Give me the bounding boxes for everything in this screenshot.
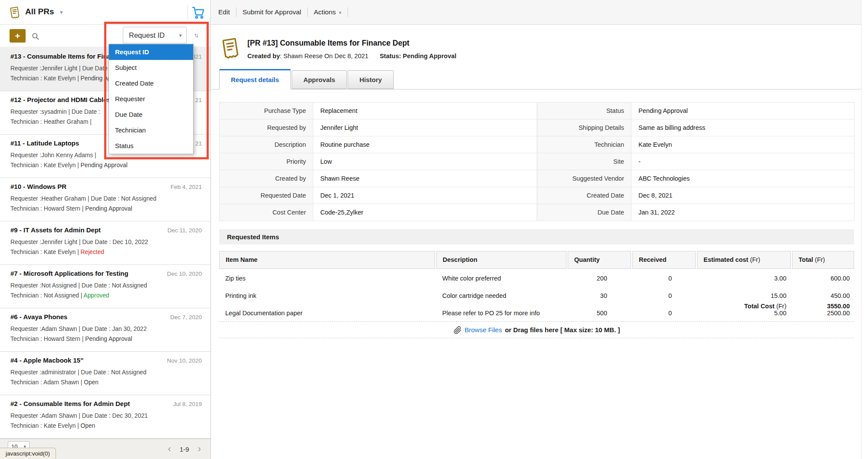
pr-item-date: Nov 10, 2020 <box>167 357 202 364</box>
pr-status-badge: Open <box>84 379 99 386</box>
pr-item-title: #9 - IT Assets for Admin Dept <box>10 226 101 234</box>
status-label: Status <box>380 53 399 59</box>
filter-option[interactable]: Due Date <box>109 107 193 122</box>
detail-value: Same as billing address <box>631 119 854 136</box>
divider <box>187 5 188 20</box>
chevron-down-icon[interactable]: ▾ <box>60 9 63 16</box>
column-header: Received <box>632 251 696 269</box>
total-cost-label: Total Cost (Fr) <box>697 299 791 314</box>
link-status-tooltip: javascript:void(0) <box>0 448 56 459</box>
pr-list-item[interactable]: #9 - IT Assets for Admin Dept Dec 11, 20… <box>0 221 210 265</box>
edit-button[interactable]: Edit <box>212 8 236 16</box>
pr-item-date: Jul 8, 2019 <box>173 401 202 407</box>
pr-requester-line: Requester :Adam Shawn | Due Date : Dec 3… <box>10 413 202 419</box>
detail-value: ABC Technologies <box>631 170 854 187</box>
pr-item-title: #7 - Microsoft Applications for Testing <box>10 270 128 277</box>
detail-value: Dec 1, 2021 <box>313 187 536 204</box>
cart-icon[interactable] <box>191 6 205 20</box>
pr-list-item[interactable]: #2 - Consumable Items for Admin Dept Jul… <box>0 395 210 439</box>
pr-item-date: Dec 11, 2020 <box>168 227 202 234</box>
pr-item-date: Dec 7, 2020 <box>170 314 202 320</box>
detail-value: Shawn Reese <box>313 170 536 187</box>
pr-item-title: #11 - Latitude Laptops <box>10 139 79 147</box>
pr-subtitle: Created by: Shawn Reese On Dec 8, 2021St… <box>247 53 457 59</box>
status-value: : Pending Approval <box>399 53 456 59</box>
pr-list-item[interactable]: #4 - Apple Macbook 15" Nov 10, 2020 Requ… <box>0 352 210 395</box>
next-page-icon[interactable]: › <box>198 444 201 454</box>
filter-option[interactable]: Technician <box>109 122 193 138</box>
pr-list-item[interactable]: #6 - Avaya Phones Dec 7, 2020 Requester … <box>0 308 210 352</box>
pr-technician-prefix: Technician : Howard Stern | <box>10 205 85 212</box>
column-header: Quantity <box>568 251 631 269</box>
detail-value: - <box>631 153 854 170</box>
detail-label: Status <box>538 102 631 119</box>
page-range: 1-9 <box>180 446 189 453</box>
pr-item-title: #2 - Consumable Items for Admin Dept <box>10 400 130 407</box>
list-view-title[interactable]: All PRs <box>25 7 54 17</box>
pr-requester-line: Requester :Not Assigned | Due Date : Not… <box>10 282 202 289</box>
pr-technician-prefix: Technician : Howard Stern | <box>10 336 85 342</box>
pr-technician-prefix: Technician : Kate Evelyn | <box>10 423 81 429</box>
pr-status-badge: Open <box>81 423 95 429</box>
tab-request-details[interactable]: Request details <box>219 69 291 89</box>
pr-list-item[interactable]: #7 - Microsoft Applications for Testing … <box>0 265 210 308</box>
requested-items-header: Requested Items <box>219 229 854 244</box>
pr-technician-line: Technician : Not Assigned | Approved <box>10 292 202 299</box>
detail-label: Cost Center <box>220 204 313 221</box>
pr-technician-prefix: Technician : Adam Shawn | <box>10 379 84 386</box>
tab-approvals[interactable]: Approvals <box>292 70 347 89</box>
item-cell: 3.00 <box>697 270 791 287</box>
tab-history[interactable]: History <box>348 70 394 89</box>
pr-technician-prefix: Technician : Not Assigned | <box>10 292 83 299</box>
submit-for-approval-button[interactable]: Submit for Approval <box>237 8 307 16</box>
detail-label: Shipping Details <box>538 119 631 136</box>
pr-document-icon <box>220 36 241 61</box>
purchase-request-app: All PRs ▾ + #13 - Consumable Items for F… <box>0 0 868 459</box>
item-cell: Zip ties <box>219 270 435 287</box>
detail-value: Jan 31, 2022 <box>631 204 854 221</box>
chevron-down-icon: ▾ <box>339 10 342 16</box>
pr-status-badge: Pending Approval <box>81 162 128 168</box>
detail-label: Purchase Type <box>220 102 313 119</box>
pr-note-icon <box>9 6 21 19</box>
filter-option[interactable]: Requester <box>109 91 193 107</box>
pr-requester-line: Requester :Heather Graham | Due Date : N… <box>10 195 202 202</box>
created-by-label: Created by <box>247 53 280 59</box>
pr-item-title: #12 - Projector and HDMI Cables <box>10 96 111 103</box>
sidebar-header: All PRs ▾ <box>0 0 210 25</box>
pr-item-date: 21 <box>195 140 202 147</box>
sort-field-select[interactable]: Request ID ▾ <box>123 27 187 43</box>
detail-label: Priority <box>220 153 313 170</box>
pr-item-date: 21 <box>195 97 202 103</box>
detail-value: Replacement <box>313 102 536 119</box>
detail-value: Pending Approval <box>631 102 854 119</box>
detail-tabs: Request details Approvals History <box>219 69 394 89</box>
pr-technician-line: Technician : Howard Stern | Pending Appr… <box>10 205 202 212</box>
pr-requester-line: Requester :Adam Shawn | Due Date : Jan 3… <box>10 326 202 332</box>
divider <box>348 7 348 17</box>
detail-value: Routine purchase <box>313 136 536 153</box>
item-row: Zip tiesWhite color preferred20003.00600… <box>219 270 854 287</box>
filter-option[interactable]: Created Date <box>109 76 193 91</box>
pr-item-date: Dec 10, 2020 <box>167 271 202 277</box>
sort-order-icon[interactable]: ↑↓ <box>194 32 197 39</box>
detail-label: Description <box>220 136 313 153</box>
filter-option[interactable]: Request ID <box>109 44 193 60</box>
filter-option[interactable]: Status <box>109 138 193 154</box>
scrollbar-gutter[interactable] <box>861 0 868 459</box>
column-header: Total (Fr) <box>792 251 854 269</box>
browse-files-link[interactable]: Browse Files <box>465 326 502 334</box>
detail-label: Created by <box>220 170 313 187</box>
attachment-dropzone[interactable]: Browse Files or Drag files here [ Max si… <box>219 321 854 338</box>
actions-menu-button[interactable]: Actions▾ <box>308 8 348 16</box>
detail-value: Code-25,Zylker <box>313 204 536 221</box>
created-by-value: : Shawn Reese On Dec 8, 2021 <box>280 53 368 59</box>
filter-options-menu: Request IDSubjectCreated DateRequesterDu… <box>108 44 194 154</box>
filter-option[interactable]: Subject <box>109 60 193 76</box>
pr-technician-line: Technician : Kate Evelyn | Rejected <box>10 249 202 255</box>
prev-page-icon[interactable]: ‹ <box>168 444 171 454</box>
detail-value: Jennifer Light <box>313 119 536 136</box>
pr-list-item[interactable]: #10 - Windows PR Feb 4, 2021 Requester :… <box>0 178 210 221</box>
search-icon[interactable] <box>31 32 39 40</box>
add-pr-button[interactable]: + <box>10 29 26 43</box>
